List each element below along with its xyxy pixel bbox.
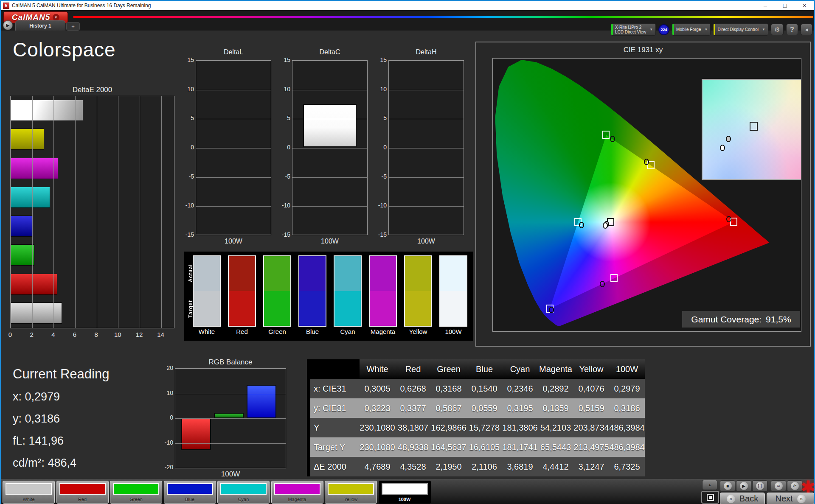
actual-target-swatch-panel: Actual Target WhiteRedGreenBlueCyanMagen… (184, 252, 473, 341)
table-cell: 4,3528 (395, 457, 431, 476)
measurement-table: WhiteRedGreenBlueCyanMagentaYellow100Wx:… (307, 359, 645, 476)
table-header-cell: Yellow (573, 359, 609, 379)
swatch-green (263, 255, 291, 327)
deltae-bar-magenta (11, 158, 58, 179)
patch-tab-label: Magenta (272, 497, 323, 502)
table-cell: 38,1807 (395, 418, 431, 437)
continuous-button[interactable]: ∞ (771, 480, 786, 492)
deltaL-chart-title: DeltaL (196, 48, 271, 56)
source-dropdown[interactable]: Mobile Forge ▼ (672, 23, 711, 36)
maximize-button[interactable]: □ (775, 1, 795, 10)
single-measure-button[interactable]: [·] (752, 480, 767, 492)
tab-history-1[interactable]: History 1 (15, 20, 65, 31)
patch-tab-yellow[interactable]: Yellow (325, 481, 377, 504)
display-control-dropdown[interactable]: Direct Display Control ▼ (713, 23, 768, 36)
table-cell: 0,6268 (395, 379, 431, 398)
deltaH-gridline (389, 206, 464, 207)
deltaC-bar (303, 104, 357, 147)
refresh-icon: ⟳ (791, 482, 799, 490)
display-pattern-button[interactable] (701, 491, 719, 504)
rgb-bar-green (214, 413, 244, 418)
patch-tab-cyan[interactable]: Cyan (217, 481, 270, 504)
help-button[interactable]: ? (786, 24, 798, 35)
deltae-tick-label: 8 (91, 331, 101, 338)
cie-1931-panel: CIE 1931 xy Gamut Coverage: 91,5% 0,80,7… (475, 42, 811, 347)
patch-swatch (382, 483, 428, 495)
patch-tab-green[interactable]: Green (110, 481, 162, 504)
rgb-gridline (175, 443, 286, 444)
table-row: x: CIE310,30050,62680,31680,15400,23460,… (310, 379, 645, 398)
deltaH-tick-label: 10 (373, 86, 387, 92)
gamut-coverage-label: Gamut Coverage: (691, 314, 762, 325)
table-cell: 181,3806 (502, 418, 538, 437)
table-row: y: CIE310,32230,33770,58670,05590,31950,… (310, 398, 645, 418)
deltaC-x-label: 100W (292, 238, 368, 245)
table-cell: 0,2346 (502, 379, 538, 398)
swatch-column-blue: Blue (298, 255, 326, 335)
table-cell: 6,7325 (609, 457, 645, 476)
reading-fl: fL: 141,96 (13, 434, 64, 448)
collapse-button[interactable]: ◀ (801, 24, 812, 35)
swatch-label: White (193, 328, 221, 335)
swatch-label: Magenta (369, 328, 397, 335)
deltaC-gridline (292, 148, 367, 148)
close-button[interactable]: × (795, 1, 814, 10)
bracket-icon: [·] (756, 482, 764, 490)
source-status-bar (672, 24, 674, 35)
deltae-gridline (161, 96, 162, 328)
deltae-gridline (75, 96, 76, 328)
table-row-label: Y (310, 418, 360, 437)
deltaL-gridline (196, 148, 271, 148)
inset-measured-circle-1 (720, 145, 725, 151)
table-cell: 3,1247 (573, 457, 609, 476)
deltae-tick-label: 14 (156, 331, 166, 338)
patch-tab-100w[interactable]: 100W (379, 481, 431, 504)
panel-up-button[interactable]: ▲ (702, 480, 717, 490)
swatch-label: 100W (439, 328, 467, 335)
swatch-yellow (404, 255, 432, 327)
deltaH-tick-label: -15 (373, 231, 387, 238)
play-tab-button[interactable]: ▶ (3, 20, 13, 30)
chevron-down-icon: ▼ (53, 14, 59, 21)
patch-tab-magenta[interactable]: Magenta (271, 481, 323, 504)
settings-button[interactable]: ⚙ (771, 24, 784, 35)
swatch-label: Yellow (404, 328, 432, 335)
repeat-button[interactable]: ⟳ (787, 480, 802, 492)
table-cell: 230,1080 (360, 437, 395, 457)
table-cell: 0,2979 (609, 379, 645, 398)
cie-measured-blue (549, 307, 554, 313)
table-cell: 0,5867 (431, 398, 467, 418)
page-title: Colorspace (13, 38, 116, 61)
deltaC-gridline (292, 119, 367, 119)
next-button[interactable]: Next » (767, 493, 814, 504)
rgb-balance-x-label: 100W (175, 470, 286, 479)
swatch-column-cyan: Cyan (334, 255, 362, 335)
swatch-label: Red (228, 328, 256, 335)
meter-dropdown[interactable]: X-Rite i1Pro 2LCD Direct View ▼ (611, 23, 656, 36)
deltaL-tick-label: 15 (180, 56, 194, 63)
gamut-coverage-value: 91,5% (766, 314, 791, 325)
back-button[interactable]: « Back (720, 493, 765, 504)
display-status-bar (714, 24, 715, 35)
rgb-gridline (175, 394, 286, 394)
whitepoint-zoom-inset (702, 79, 801, 180)
patch-tab-label: Yellow (325, 497, 377, 502)
deltae-gridline (53, 96, 54, 328)
patch-tab-white[interactable]: White (3, 481, 55, 504)
stop-button[interactable]: ■ (720, 480, 735, 492)
deltaL-tick-label: 10 (180, 86, 194, 92)
patch-tab-blue[interactable]: Blue (164, 481, 216, 504)
table-cell: 0,5159 (573, 398, 609, 418)
meter-count-badge: 224 (658, 24, 669, 35)
minimize-button[interactable]: – (756, 1, 775, 10)
play-button[interactable]: ▶ (736, 480, 751, 492)
table-cell: 16,6105 (467, 437, 502, 457)
add-tab-button[interactable]: + (66, 22, 80, 31)
table-cell: 0,3168 (431, 379, 467, 398)
next-label: Next (775, 494, 793, 504)
bottom-bar: WhiteRedGreenBlueCyanMagentaYellow100W ▲… (1, 479, 814, 504)
display-control-label: Direct Display Control (717, 27, 759, 32)
device-toolbar: X-Rite i1Pro 2LCD Direct View ▼ 224 Mobi… (611, 23, 812, 36)
deltae-bar-blue (11, 216, 33, 237)
patch-tab-red[interactable]: Red (56, 481, 109, 504)
